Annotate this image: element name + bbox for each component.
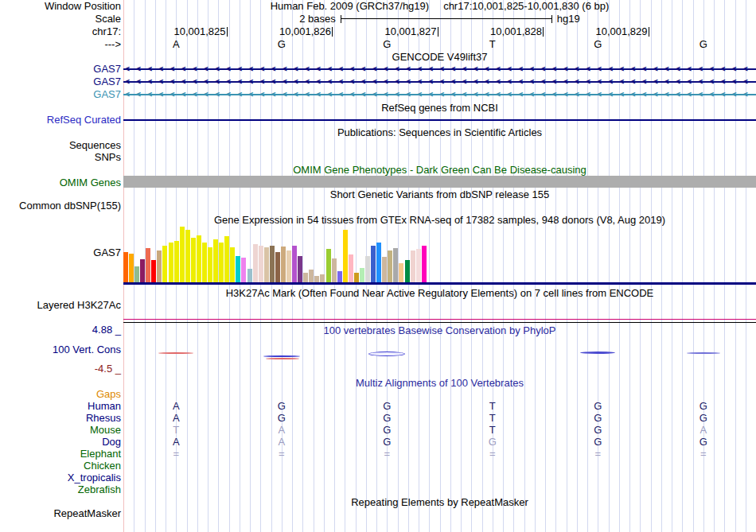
species-label[interactable]: Zebrafish [0, 484, 121, 495]
gtex-bar[interactable] [208, 247, 212, 282]
gtex-bar[interactable] [230, 247, 235, 282]
gtex-bar[interactable] [388, 250, 392, 282]
gtex-bar[interactable] [422, 246, 427, 282]
gtex-bar[interactable] [399, 263, 403, 282]
gtex-bar[interactable] [151, 260, 156, 282]
gtex-bar[interactable] [270, 246, 275, 282]
gtex-bar[interactable] [259, 246, 263, 282]
refseq-title[interactable]: RefSeq genes from NCBI [123, 103, 756, 114]
gtex-bar[interactable] [185, 230, 190, 282]
gtex-bar[interactable] [393, 248, 398, 282]
gtex-bar[interactable] [180, 227, 185, 282]
gencode-title[interactable]: GENCODE V49lift37 [123, 52, 756, 63]
species-label[interactable]: Chicken [0, 460, 121, 472]
gtex-bar[interactable] [219, 243, 224, 282]
gtex-title[interactable]: Gene Expression in 54 tissues from GTEx … [123, 215, 756, 226]
dbsnp-title[interactable]: Short Genetic Variants from dbSNP releas… [123, 189, 756, 200]
species-label[interactable]: Human [0, 401, 121, 412]
species-label[interactable]: Rhesus [0, 413, 121, 424]
gtex-bar[interactable] [253, 244, 258, 282]
alignment-base: A [160, 437, 192, 448]
h3k27ac-title[interactable]: H3K27Ac Mark (Often Found Near Active Re… [123, 288, 756, 299]
gencode-transcript[interactable]: <<<<<<<<<<<<<<<<<<<<<<<<<<<<<<<<<<<<<<<<… [123, 76, 756, 87]
gtex-bar[interactable] [146, 248, 150, 282]
gtex-bar[interactable] [169, 243, 173, 282]
multiz-title[interactable]: Multiz Alignments of 100 Vertebrates [123, 378, 756, 389]
alignment-base: G [688, 413, 719, 424]
gtex-bar[interactable] [174, 241, 179, 282]
gtex-bar[interactable] [236, 256, 240, 282]
gtex-bar[interactable] [314, 276, 319, 282]
omim-title[interactable]: OMIM Gene Phenotypes - Dark Green Can Be… [123, 165, 756, 176]
coordinate-label: 10,001,826 [223, 26, 333, 37]
species-label[interactable]: Dog [0, 437, 121, 448]
conservation-mark-red [266, 358, 299, 359]
gtex-bar[interactable] [286, 250, 291, 282]
gtex-bar[interactable] [320, 274, 325, 282]
gencode-transcript[interactable]: <<<<<<<<<<<<<<<<<<<<<<<<<<<<<<<<<<<<<<<<… [123, 89, 756, 100]
gtex-bar[interactable] [365, 256, 370, 282]
gtex-bar[interactable] [326, 249, 331, 282]
gtex-bar[interactable] [298, 256, 302, 282]
gtex-bar[interactable] [264, 247, 269, 282]
repeatmasker-label[interactable]: RepeatMasker [0, 508, 121, 519]
gencode-transcript[interactable]: <<<<<<<<<<<<<<<<<<<<<<<<<<<<<<<<<<<<<<<<… [123, 64, 756, 75]
gtex-bar[interactable] [405, 260, 410, 282]
gtex-bar[interactable] [337, 271, 342, 282]
gtex-bar[interactable] [360, 268, 364, 282]
gtex-bar[interactable] [332, 258, 337, 282]
gtex-bar[interactable] [213, 239, 218, 282]
gtex-bar[interactable] [202, 243, 207, 282]
gtex-bar[interactable] [376, 243, 381, 282]
gtex-bar[interactable] [157, 250, 162, 282]
strand-arrows-left: <<<<<<<<<<<<<<<<<<<<<<<<<<<<<<<<<<<<<<<<… [125, 89, 754, 100]
gtex-bar[interactable] [247, 269, 252, 282]
gtex-bar[interactable] [224, 236, 229, 282]
gtex-bar[interactable] [281, 247, 286, 282]
gaps-label[interactable]: Gaps [0, 389, 121, 400]
conservation-title[interactable]: 100 vertebrates Basewise Conservation by… [123, 325, 756, 336]
alignment-base: G [688, 437, 719, 448]
gtex-bar[interactable] [162, 246, 167, 282]
gtex-bar[interactable] [411, 250, 415, 282]
gtex-bar[interactable] [354, 273, 359, 282]
gtex-bar[interactable] [197, 235, 201, 282]
conservation-mark-blue [687, 352, 720, 354]
gtex-bar[interactable] [349, 254, 353, 282]
gtex-bar[interactable] [416, 249, 421, 282]
gtex-bar[interactable] [129, 254, 134, 282]
gene-label[interactable]: GAS7 [0, 76, 121, 87]
sequences-label[interactable]: Sequences [0, 140, 121, 151]
strand-direction-label: ---> [0, 39, 121, 50]
refseq-gene-line[interactable] [123, 119, 756, 121]
common-dbsnp-label[interactable]: Common dbSNP(155) [0, 200, 121, 212]
gtex-bar[interactable] [343, 230, 348, 282]
gtex-bar[interactable] [123, 252, 128, 282]
species-label[interactable]: Elephant [0, 449, 121, 460]
snps-label[interactable]: SNPs [0, 152, 121, 163]
gtex-bar[interactable] [309, 270, 314, 282]
omim-genes-label[interactable]: OMIM Genes [0, 177, 121, 188]
gtex-bar[interactable] [241, 258, 246, 282]
gtex-bar[interactable] [140, 259, 145, 282]
refseq-curated-label[interactable]: RefSeq Curated [0, 115, 121, 126]
gtex-bar[interactable] [371, 246, 376, 282]
species-label[interactable]: Mouse [0, 425, 121, 436]
gene-label[interactable]: GAS7 [0, 64, 121, 75]
alignment-base: A [160, 413, 192, 424]
omim-gene-bar[interactable] [123, 176, 756, 188]
repeatmasker-title[interactable]: Repeating Elements by RepeatMasker [123, 497, 756, 508]
gtex-bar[interactable] [382, 257, 387, 282]
gtex-bar[interactable] [275, 252, 280, 282]
alignment-base: T [477, 425, 509, 436]
species-label[interactable]: X_tropicalis [0, 472, 121, 483]
gtex-bar[interactable] [303, 273, 308, 282]
layered-h3k27ac-label[interactable]: Layered H3K27Ac [0, 300, 121, 311]
publications-title[interactable]: Publications: Sequences in Scientific Ar… [123, 127, 756, 138]
conservation-track-label[interactable]: 100 Vert. Cons [0, 344, 121, 355]
gene-label[interactable]: GAS7 [0, 89, 121, 100]
gtex-gene-label[interactable]: GAS7 [0, 247, 121, 258]
gtex-bar[interactable] [134, 266, 139, 282]
gtex-bar[interactable] [292, 246, 297, 282]
gtex-bar[interactable] [191, 238, 196, 282]
